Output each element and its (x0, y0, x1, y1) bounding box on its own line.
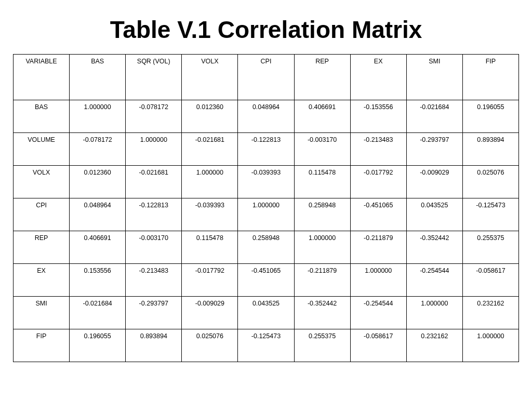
cell: 0.196055 (70, 329, 126, 362)
cell: -0.211879 (294, 264, 350, 297)
col-smi: SMI (406, 55, 462, 100)
cell: -0.039393 (238, 166, 294, 198)
row-label: REP (14, 231, 70, 264)
row-label: VOLX (14, 166, 70, 198)
cell: -0.213483 (126, 264, 182, 297)
cell: 0.406691 (70, 231, 126, 264)
cell: -0.125473 (462, 198, 518, 231)
cell: -0.009029 (406, 166, 462, 198)
cell: 0.043525 (238, 297, 294, 329)
cell: -0.009029 (182, 297, 238, 329)
cell: -0.254544 (350, 297, 406, 329)
cell: 1.000000 (350, 264, 406, 297)
row-label: SMI (14, 297, 70, 329)
table-row: REP 0.406691 -0.003170 0.115478 0.258948… (14, 231, 519, 264)
table-row: BAS 1.000000 -0.078172 0.012360 0.048964… (14, 100, 519, 133)
cell: 0.893894 (126, 329, 182, 362)
col-sqrvol: SQR (VOL) (126, 55, 182, 100)
row-label: FIP (14, 329, 70, 362)
cell: -0.078172 (70, 133, 126, 166)
col-volx: VOLX (182, 55, 238, 100)
cell: 1.000000 (182, 166, 238, 198)
cell: -0.352442 (406, 231, 462, 264)
cell: -0.352442 (294, 297, 350, 329)
cell: 0.025076 (182, 329, 238, 362)
table-row: VOLX 0.012360 -0.021681 1.000000 -0.0393… (14, 166, 519, 198)
cell: 1.000000 (294, 231, 350, 264)
cell: 0.255375 (462, 231, 518, 264)
cell: -0.451065 (350, 198, 406, 231)
cell: -0.122813 (126, 198, 182, 231)
cell: -0.293797 (126, 297, 182, 329)
cell: 1.000000 (238, 198, 294, 231)
cell: 1.000000 (70, 100, 126, 133)
cell: -0.122813 (238, 133, 294, 166)
cell: -0.254544 (406, 264, 462, 297)
cell: -0.039393 (182, 198, 238, 231)
cell: -0.058617 (462, 264, 518, 297)
cell: 0.025076 (462, 166, 518, 198)
cell: 0.232162 (406, 329, 462, 362)
cell: -0.293797 (406, 133, 462, 166)
cell: -0.003170 (126, 231, 182, 264)
cell: 0.012360 (70, 166, 126, 198)
cell: -0.213483 (350, 133, 406, 166)
table-row: EX 0.153556 -0.213483 -0.017792 -0.45106… (14, 264, 519, 297)
cell: 0.012360 (182, 100, 238, 133)
col-ex: EX (350, 55, 406, 100)
col-rep: REP (294, 55, 350, 100)
cell: -0.003170 (294, 133, 350, 166)
table-row: CPI 0.048964 -0.122813 -0.039393 1.00000… (14, 198, 519, 231)
cell: -0.017792 (182, 264, 238, 297)
col-variable: VARIABLE (14, 55, 70, 100)
row-label: BAS (14, 100, 70, 133)
cell: 0.048964 (70, 198, 126, 231)
cell: 1.000000 (126, 133, 182, 166)
cell: 0.258948 (294, 198, 350, 231)
cell: -0.021684 (406, 100, 462, 133)
col-bas: BAS (70, 55, 126, 100)
cell: 0.048964 (238, 100, 294, 133)
table-row: FIP 0.196055 0.893894 0.025076 -0.125473… (14, 329, 519, 362)
cell: -0.153556 (350, 100, 406, 133)
cell: 0.115478 (182, 231, 238, 264)
cell: -0.021681 (182, 133, 238, 166)
cell: 1.000000 (462, 329, 518, 362)
row-label: VOLUME (14, 133, 70, 166)
table-row: SMI -0.021684 -0.293797 -0.009029 0.0435… (14, 297, 519, 329)
cell: -0.078172 (126, 100, 182, 133)
correlation-table: VARIABLE BAS SQR (VOL) VOLX CPI REP EX S… (13, 54, 519, 362)
cell: 1.000000 (406, 297, 462, 329)
col-fip: FIP (462, 55, 518, 100)
row-label: EX (14, 264, 70, 297)
cell: 0.115478 (294, 166, 350, 198)
cell: -0.017792 (350, 166, 406, 198)
cell: 0.232162 (462, 297, 518, 329)
cell: 0.196055 (462, 100, 518, 133)
cell: 0.893894 (462, 133, 518, 166)
col-cpi: CPI (238, 55, 294, 100)
table-row: VOLUME -0.078172 1.000000 -0.021681 -0.1… (14, 133, 519, 166)
table-header-row: VARIABLE BAS SQR (VOL) VOLX CPI REP EX S… (14, 55, 519, 100)
cell: -0.021684 (70, 297, 126, 329)
row-label: CPI (14, 198, 70, 231)
cell: -0.021681 (126, 166, 182, 198)
cell: -0.058617 (350, 329, 406, 362)
cell: -0.125473 (238, 329, 294, 362)
cell: 0.255375 (294, 329, 350, 362)
page-title: Table V.1 Correlation Matrix (13, 16, 519, 44)
cell: -0.451065 (238, 264, 294, 297)
cell: 0.153556 (70, 264, 126, 297)
cell: -0.211879 (350, 231, 406, 264)
cell: 0.258948 (238, 231, 294, 264)
cell: 0.043525 (406, 198, 462, 231)
cell: 0.406691 (294, 100, 350, 133)
